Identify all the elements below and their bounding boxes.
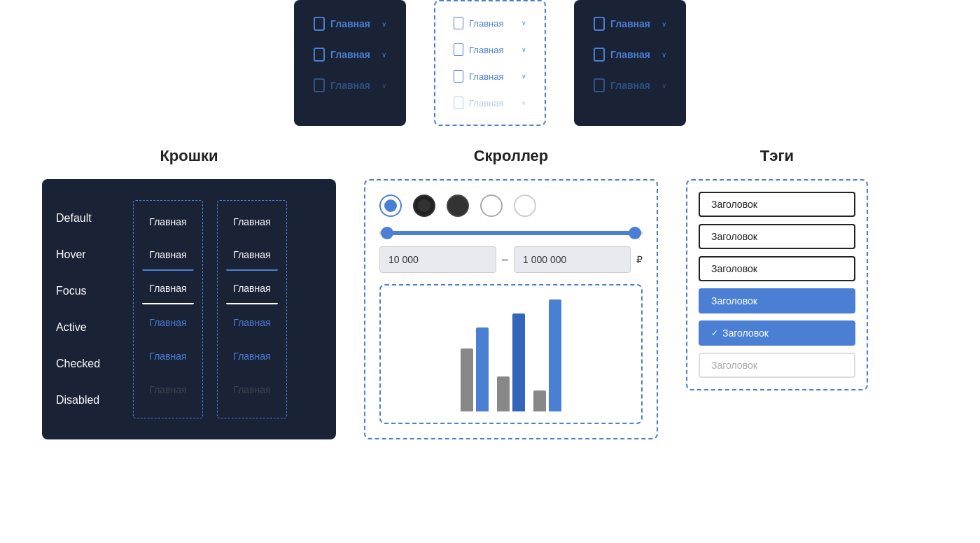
nav-panel-dark: Главная ∨ Главная ∨ Главная ∨ [294, 0, 406, 126]
currency-symbol: ₽ [636, 254, 643, 265]
phone-icon [594, 17, 605, 31]
nav-item-disabled: Главная ∨ [447, 92, 533, 113]
state-hover: Hover [56, 237, 119, 273]
tag-5-checked[interactable]: ✓ Заголовок [699, 320, 855, 346]
top-section: Главная ∨ Главная ∨ Главная ∨ Главная ∨ [0, 0, 980, 126]
nav-item-d2[interactable]: Главная ∨ [585, 42, 675, 67]
chevron-icon: ∨ [522, 20, 526, 27]
tags-title: Тэги [686, 147, 868, 165]
breadcrumb-disabled-2: Главная [226, 374, 278, 405]
breadcrumb-default-2[interactable]: Главная [226, 206, 278, 237]
radio-row [379, 195, 643, 217]
breadcrumb-active-1[interactable]: Главная [142, 307, 194, 338]
nav-label: Главная [610, 80, 650, 91]
state-focus: Focus [56, 273, 119, 309]
breadcrumbs-panel: Default Hover Focus Active Checked Disab… [42, 179, 336, 439]
range-inputs: 10 000 – 1 000 000 ₽ [379, 246, 643, 273]
slider-thumb-right[interactable] [629, 227, 641, 239]
scroller-title: Скроллер [364, 147, 658, 165]
tag-2[interactable]: Заголовок [699, 224, 855, 249]
chart-bar [497, 376, 510, 411]
breadcrumbs-title: Крошки [42, 147, 336, 165]
range-separator: – [502, 253, 508, 266]
breadcrumb-disabled-1: Главная [142, 374, 194, 405]
chart-bar [512, 313, 525, 411]
nav-label: Главная [610, 49, 650, 60]
chevron-icon: ∨ [522, 73, 526, 80]
breadcrumb-checked-2[interactable]: Главная [226, 341, 278, 372]
breadcrumb-col-2: Главная Главная Главная Главная Главная … [217, 200, 287, 418]
tag-1[interactable]: Заголовок [699, 192, 855, 217]
chevron-icon: ∨ [662, 82, 666, 90]
slider-fill [387, 231, 634, 235]
breadcrumb-focus-2[interactable]: Главная [226, 274, 278, 304]
range-min-input[interactable]: 10 000 [379, 246, 496, 273]
tags-panel: Заголовок Заголовок Заголовок Заголовок … [686, 179, 868, 390]
state-disabled: Disabled [56, 382, 119, 418]
tag-4-active[interactable]: Заголовок [699, 288, 855, 313]
slider-track [379, 231, 643, 235]
nav-label: Главная [330, 49, 370, 60]
nav-item-1[interactable]: Главная ∨ [447, 13, 533, 34]
radio-btn-dark2[interactable] [447, 195, 469, 217]
nav-panel-dark2: Главная ∨ Главная ∨ Главная ∨ [574, 0, 686, 126]
chart-bar [533, 390, 546, 411]
page-icon [454, 70, 463, 83]
chart-group-2 [497, 313, 525, 411]
state-labels: Default Hover Focus Active Checked Disab… [56, 200, 119, 418]
breadcrumb-hover-2[interactable]: Главная [226, 240, 278, 271]
phone-icon [314, 78, 325, 92]
nav-label: Главная [330, 80, 370, 91]
radio-btn-light[interactable] [480, 195, 503, 217]
chevron-icon: ∨ [522, 46, 526, 53]
chevron-icon: ∨ [382, 20, 386, 28]
tag-label: Заголовок [711, 263, 757, 274]
chart-container [379, 284, 643, 424]
lower-section: Крошки Default Hover Focus Active Checke… [0, 147, 980, 439]
scroller-section: Скроллер [364, 147, 658, 439]
breadcrumb-checked-1[interactable]: Главная [142, 341, 194, 372]
range-max-input[interactable]: 1 000 000 [514, 246, 631, 273]
nav-label: Главная [330, 18, 370, 29]
nav-label: Главная [469, 18, 503, 29]
phone-icon [594, 48, 605, 62]
radio-btn-active[interactable] [379, 195, 402, 217]
phone-icon [314, 17, 325, 31]
nav-item-2[interactable]: Главная ∨ [447, 39, 533, 60]
nav-label: Главная [469, 71, 503, 82]
nav-item-hover[interactable]: Главная ∨ [305, 42, 395, 67]
breadcrumb-default-1[interactable]: Главная [142, 206, 194, 237]
nav-item-active[interactable]: Главная ∨ [305, 73, 395, 98]
radio-btn-dark[interactable] [413, 195, 435, 217]
nav-label: Главная [469, 45, 503, 55]
tag-label: Заголовок [722, 327, 769, 339]
tag-label: Заголовок [711, 295, 757, 306]
nav-item-default[interactable]: Главная ∨ [305, 11, 395, 36]
page-icon [454, 43, 463, 56]
chart-group-1 [461, 327, 489, 411]
nav-item-d1[interactable]: Главная ∨ [585, 11, 675, 36]
checkmark-icon: ✓ [711, 328, 718, 338]
state-active: Active [56, 309, 119, 346]
slider-thumb-left[interactable] [381, 227, 393, 239]
breadcrumb-active-2[interactable]: Главная [226, 307, 278, 338]
nav-label: Главная [469, 98, 503, 108]
phone-icon [594, 78, 605, 92]
breadcrumb-hover-1[interactable]: Главная [142, 240, 194, 271]
nav-panel-dashed: Главная ∨ Главная ∨ Главная ∨ Главная ∨ [434, 0, 546, 126]
chevron-icon: ∨ [522, 99, 526, 106]
breadcrumb-focus-1[interactable]: Главная [142, 274, 194, 304]
chart-bar [476, 327, 489, 411]
tag-3[interactable]: Заголовок [699, 256, 855, 281]
nav-item-3[interactable]: Главная ∨ [447, 66, 533, 87]
slider-container [379, 231, 643, 235]
scroller-panel: 10 000 – 1 000 000 ₽ [364, 179, 658, 439]
radio-btn-light2[interactable] [514, 195, 536, 217]
phone-icon [314, 48, 325, 62]
page-icon [454, 17, 463, 29]
chart-bar [549, 299, 561, 411]
state-checked: Checked [56, 346, 119, 382]
chevron-icon: ∨ [382, 82, 386, 90]
nav-item-d3[interactable]: Главная ∨ [585, 73, 675, 98]
tag-6-disabled: Заголовок [699, 353, 855, 378]
